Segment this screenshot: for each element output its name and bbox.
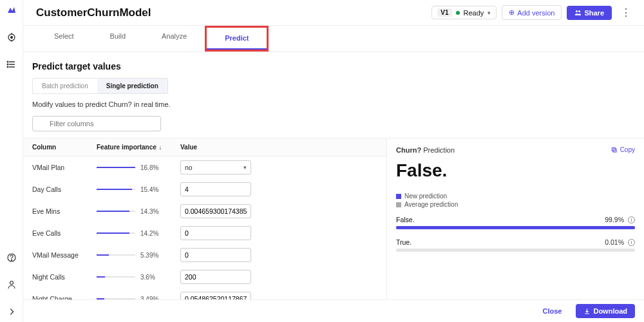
feature-name: Night Calls <box>32 273 97 281</box>
importance-bar <box>97 211 135 212</box>
feature-importance: 14.3% <box>97 208 180 215</box>
page-title: CustomerChurnModel <box>36 6 151 19</box>
table-row: Night Calls3.6% <box>23 266 386 288</box>
importance-value: 5.39% <box>140 252 158 259</box>
prediction-legend: New prediction Average prediction <box>396 193 635 208</box>
main-tabs: Select Build Analyze Predict <box>23 26 644 52</box>
feature-importance: 15.4% <box>97 186 180 193</box>
prob-label: False. <box>396 216 605 223</box>
footer: Close Download <box>23 299 644 322</box>
version-status[interactable]: V1 Ready ▾ <box>431 6 497 19</box>
tab-analyze[interactable]: Analyze <box>144 26 205 52</box>
legend-new-label: New prediction <box>404 193 447 200</box>
legend-avg-label: Average prediction <box>404 201 458 208</box>
download-button[interactable]: Download <box>576 304 635 318</box>
feature-importance: 3.6% <box>97 274 180 281</box>
svg-rect-11 <box>613 149 616 152</box>
feature-importance: 16.8% <box>97 164 180 171</box>
svg-point-3 <box>7 64 8 65</box>
value-input[interactable] <box>180 248 251 262</box>
chevron-down-icon: ▾ <box>243 164 247 171</box>
tab-predict[interactable]: Predict <box>207 28 267 50</box>
prediction-mode-tabs: Batch prediction Single prediction <box>32 78 168 94</box>
legend-new-swatch <box>396 194 401 199</box>
importance-value: 15.4% <box>140 186 158 193</box>
logo-icon <box>6 5 17 15</box>
importance-value: 14.2% <box>140 230 158 237</box>
prob-value: 0.01% <box>605 238 624 246</box>
copy-label: Copy <box>620 146 635 153</box>
tab-single-prediction[interactable]: Single prediction <box>97 79 167 93</box>
copy-button[interactable]: Copy <box>611 146 635 153</box>
value-input[interactable] <box>180 226 251 240</box>
col-header-name[interactable]: Column <box>32 144 97 151</box>
tab-select[interactable]: Select <box>36 26 92 52</box>
sort-desc-icon: ↓ <box>159 144 162 151</box>
share-label: Share <box>584 9 604 17</box>
table-row: Eve Mins14.3% <box>23 200 386 222</box>
feature-name: VMail Message <box>32 251 97 259</box>
svg-point-9 <box>578 10 580 12</box>
tab-batch-prediction[interactable]: Batch prediction <box>33 79 97 93</box>
more-menu-icon[interactable]: ⋮ <box>617 6 635 19</box>
importance-bar <box>97 254 135 256</box>
table-row: VMail Plan16.8%no▾ <box>23 156 386 178</box>
feature-name: Eve Mins <box>32 207 97 215</box>
value-select[interactable]: no▾ <box>180 160 251 175</box>
svg-point-1 <box>10 37 12 39</box>
importance-value: 14.3% <box>140 208 158 215</box>
table-header: Column Feature importance↓ Value <box>23 138 386 156</box>
table-row: Day Calls15.4% <box>23 178 386 200</box>
importance-bar <box>97 167 135 168</box>
filter-columns-input[interactable] <box>32 116 161 131</box>
info-icon[interactable]: i <box>628 239 635 246</box>
add-version-button[interactable]: ⊕ Add version <box>502 5 562 20</box>
prediction-result: False. <box>396 160 635 181</box>
col-header-importance[interactable]: Feature importance↓ <box>97 144 180 151</box>
list-icon[interactable] <box>6 59 17 70</box>
svg-point-8 <box>576 10 578 12</box>
close-button[interactable]: Close <box>535 304 569 318</box>
target-icon[interactable] <box>6 32 17 43</box>
prob-value: 99.9% <box>605 216 624 223</box>
add-version-label: Add version <box>517 9 554 17</box>
value-input[interactable] <box>180 270 251 284</box>
feature-name: Day Calls <box>32 185 97 193</box>
feature-importance: 5.39% <box>97 252 180 259</box>
importance-bar <box>97 189 135 190</box>
importance-value: 16.8% <box>140 164 158 171</box>
prob-label: True. <box>396 238 605 246</box>
tab-build[interactable]: Build <box>92 26 144 52</box>
chevron-down-icon: ▾ <box>488 10 491 16</box>
table-row: VMail Message5.39% <box>23 244 386 266</box>
importance-bar <box>97 232 135 234</box>
feature-importance: 14.2% <box>97 230 180 237</box>
share-button[interactable]: Share <box>567 6 612 20</box>
probability-row: True.0.01%i <box>396 238 635 252</box>
section-title: Predict target values <box>23 52 644 78</box>
svg-point-6 <box>11 260 12 260</box>
expand-rail-icon[interactable] <box>6 307 17 317</box>
svg-point-2 <box>7 61 8 62</box>
plus-icon: ⊕ <box>509 8 515 17</box>
value-input[interactable] <box>180 182 251 196</box>
help-icon[interactable] <box>6 252 17 263</box>
prob-bar <box>396 226 635 229</box>
table-row: Eve Calls14.2% <box>23 222 386 244</box>
legend-avg-swatch <box>396 202 401 207</box>
feature-name: VMail Plan <box>32 164 97 171</box>
version-badge: V1 <box>437 8 451 17</box>
prediction-panel: Churn? Prediction Copy False. New predic… <box>386 138 644 322</box>
col-header-value[interactable]: Value <box>180 144 377 151</box>
svg-rect-12 <box>612 147 615 151</box>
user-icon[interactable] <box>6 279 17 290</box>
svg-point-4 <box>7 66 8 68</box>
prediction-target: Churn? Prediction <box>396 146 635 154</box>
status-text: Ready <box>464 9 484 17</box>
people-icon <box>574 9 582 16</box>
status-dot-icon <box>456 11 460 15</box>
info-icon[interactable]: i <box>628 216 635 223</box>
svg-point-7 <box>10 281 13 285</box>
hint-text: Modify values to predict Churn? in real … <box>23 94 644 115</box>
value-input[interactable] <box>180 204 251 218</box>
